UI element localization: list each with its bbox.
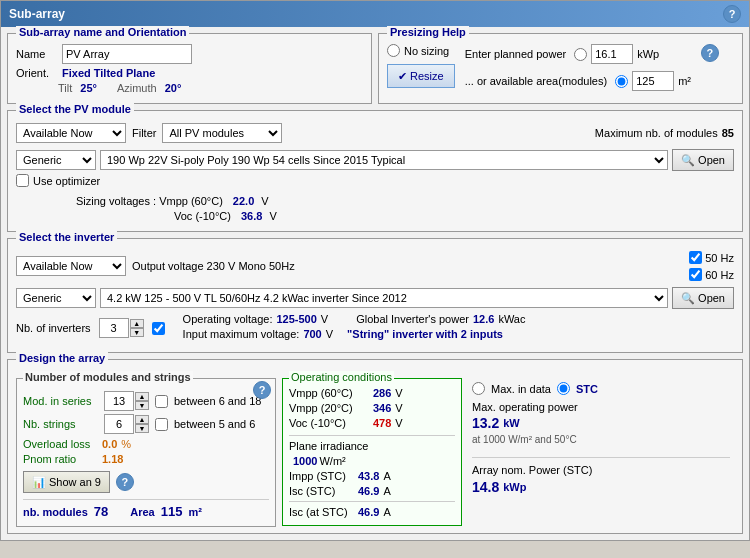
inv-desc-select[interactable]: 4.2 kW 125 - 500 V TL 50/60Hz 4.2 kWac i… (100, 288, 668, 308)
orient-label: Orient. (16, 67, 58, 79)
top-sections: Sub-array name and Orientation Name Orie… (7, 33, 743, 104)
pnom-value: 1.18 (102, 453, 123, 465)
nb-inv-input[interactable] (99, 318, 129, 338)
overload-unit: % (121, 438, 131, 450)
stc-label: STC (576, 383, 598, 395)
presizing-section: Presizing Help No sizing ✔ Resize Enter … (378, 33, 743, 104)
irradiance-unit: W/m² (319, 455, 345, 467)
irradiance-value: 1000 (293, 455, 317, 467)
power-radio[interactable] (574, 48, 587, 61)
string-label: "String" inverter with 2 inputs (347, 328, 503, 340)
orientation-title: Sub-array name and Orientation (16, 26, 189, 38)
vmpp-unit: V (261, 195, 268, 207)
main-window: Sub-array ? Sub-array name and Orientati… (0, 0, 750, 541)
voc-unit: V (269, 210, 276, 222)
output-label: Output voltage 230 V Mono 50Hz (132, 260, 295, 272)
num-modules-title: Number of modules and strings (23, 371, 193, 383)
presize-help-button[interactable]: ? (701, 44, 719, 62)
nb-inv-down[interactable]: ▼ (130, 328, 144, 337)
name-input[interactable] (62, 44, 192, 64)
nb-strings-label: Nb. strings (23, 418, 98, 430)
design-area-label: Area (130, 506, 154, 518)
hz50-checkbox[interactable] (689, 251, 702, 264)
max-data-radio[interactable] (472, 382, 485, 395)
op-v-unit: V (321, 313, 328, 325)
stc-radio[interactable] (557, 382, 570, 395)
chart-icon: 📊 (32, 476, 46, 489)
filter-label: Filter (132, 127, 156, 139)
hz60-checkbox[interactable] (689, 268, 702, 281)
array-nom-value: 14.8 (472, 479, 499, 495)
show-sizing-button[interactable]: 📊 Show an 9 (23, 471, 110, 493)
area-radio[interactable] (615, 75, 628, 88)
mod-series-down[interactable]: ▼ (135, 401, 149, 410)
resize-button[interactable]: ✔ Resize (387, 64, 455, 88)
inv-avail-select[interactable]: Available Now (16, 256, 126, 276)
input-max-value: 700 (303, 328, 321, 340)
nb-strings-input[interactable] (104, 414, 134, 434)
nb-inv-label: Nb. of inverters (16, 322, 91, 334)
power-unit: kWp (637, 48, 659, 60)
design-section: Design the array Number of modules and s… (7, 359, 743, 534)
hz50-label: 50 Hz (705, 252, 734, 264)
array-nom-label: Array nom. Power (STC) (472, 464, 592, 476)
global-power-unit: kWac (498, 313, 525, 325)
orient-value[interactable]: Fixed Tilted Plane (62, 67, 155, 79)
nb-strings-spinner[interactable]: ▲ ▼ (104, 414, 149, 434)
pv-avail-select[interactable]: Available Now (16, 123, 126, 143)
tilt-value: 25° (80, 82, 97, 94)
pv-title: Select the PV module (16, 103, 134, 115)
enter-power-label: Enter planned power (465, 48, 567, 60)
voc10-value: 478 (373, 417, 391, 429)
show-sizing-help[interactable]: ? (116, 473, 134, 491)
input-max-label: Input maximum voltage: (183, 328, 300, 340)
mod-series-input[interactable] (104, 391, 134, 411)
num-modules-box: Number of modules and strings ? Mod. in … (16, 378, 276, 527)
optimizer-checkbox[interactable] (16, 174, 29, 187)
global-power-value: 12.6 (473, 313, 494, 325)
design-title: Design the array (16, 352, 108, 364)
mod-series-spinner[interactable]: ▲ ▼ (104, 391, 149, 411)
op-conditions-area: Operating conditions Vmpp (60°C) 286 V V… (282, 370, 462, 527)
area-input[interactable] (632, 71, 674, 91)
max-modules-value: 85 (722, 127, 734, 139)
mod-series-up[interactable]: ▲ (135, 392, 149, 401)
sizing-vmpp-label: Sizing voltages : Vmpp (60°C) (76, 195, 223, 207)
mod-series-label: Mod. in series (23, 395, 98, 407)
inv-open-button[interactable]: 🔍 Open (672, 287, 734, 309)
pv-open-button[interactable]: 🔍 Open (672, 149, 734, 171)
name-label: Name (16, 48, 58, 60)
max-op-cond: at 1000 W/m² and 50°C (472, 434, 730, 445)
pv-module-desc-select[interactable]: 190 Wp 22V Si-poly Poly 190 Wp 54 cells … (100, 150, 668, 170)
pv-module-select[interactable]: Generic (16, 150, 96, 170)
mod-series-between-check[interactable] (155, 395, 168, 408)
nb-strings-down[interactable]: ▼ (135, 424, 149, 433)
title-bar: Sub-array ? (1, 1, 749, 27)
isc-at-label: Isc (at STC) (289, 506, 354, 518)
nb-inv-checkbox[interactable] (152, 322, 165, 335)
mod-series-between: between 6 and 18 (174, 395, 261, 407)
nb-inv-up[interactable]: ▲ (130, 319, 144, 328)
title-help-button[interactable]: ? (723, 5, 741, 23)
search-icon: 🔍 (681, 154, 695, 167)
nb-modules-label: nb. modules (23, 506, 88, 518)
area-label: ... or available area(modules) (465, 75, 607, 87)
impp-value: 43.8 (358, 470, 379, 482)
nb-strings-up[interactable]: ▲ (135, 415, 149, 424)
isc-label: Isc (STC) (289, 485, 354, 497)
nb-strings-between: between 5 and 6 (174, 418, 255, 430)
nb-strings-between-check[interactable] (155, 418, 168, 431)
inv-search-icon: 🔍 (681, 292, 695, 305)
num-modules-help[interactable]: ? (253, 381, 271, 399)
pv-filter-select[interactable]: All PV modules (162, 123, 282, 143)
no-sizing-radio[interactable] (387, 44, 400, 57)
window-title: Sub-array (9, 7, 65, 21)
impp-unit: A (383, 470, 390, 482)
nb-inv-spinner[interactable]: ▲ ▼ (99, 318, 144, 338)
inv-type-select[interactable]: Generic (16, 288, 96, 308)
power-input[interactable] (591, 44, 633, 64)
isc-unit: A (383, 485, 390, 497)
global-power-label: Global Inverter's power (356, 313, 469, 325)
orientation-section: Sub-array name and Orientation Name Orie… (7, 33, 372, 104)
optimizer-label: Use optimizer (33, 175, 100, 187)
